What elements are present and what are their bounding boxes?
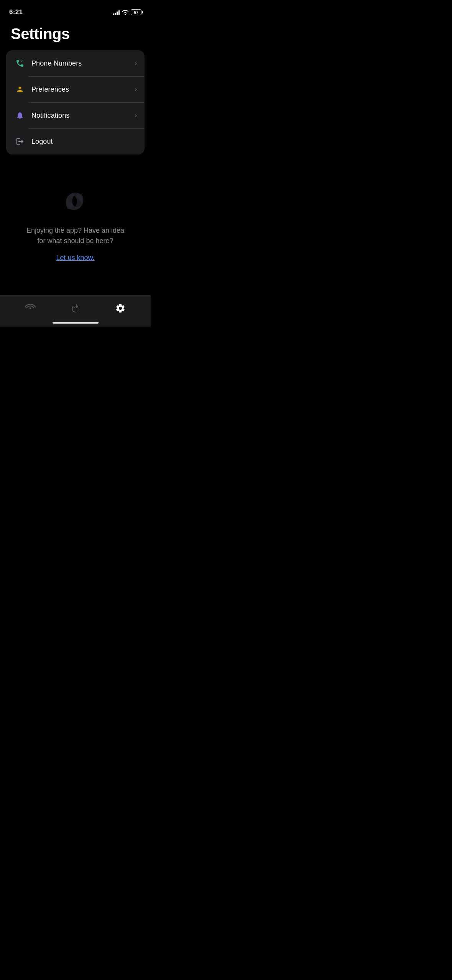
flame-icon <box>70 303 80 313</box>
signal-icon <box>113 10 120 15</box>
promo-section: Enjoying the app? Have an idea for what … <box>0 155 151 295</box>
status-icons: 67 <box>113 9 141 15</box>
phone-numbers-item[interactable]: ↙ Phone Numbers › <box>6 50 145 76</box>
preferences-item[interactable]: Preferences › <box>6 76 145 102</box>
svg-text:↙: ↙ <box>21 59 23 62</box>
battery-icon: 67 <box>131 9 141 15</box>
nav-item-settings[interactable] <box>107 300 133 317</box>
logout-label: Logout <box>31 138 137 146</box>
preferences-chevron: › <box>135 86 137 93</box>
wifi-icon <box>122 10 128 15</box>
notifications-label: Notifications <box>31 112 135 120</box>
radio-icon <box>25 303 36 314</box>
page-title: Settings <box>0 19 151 50</box>
preferences-label: Preferences <box>31 86 135 94</box>
promo-text: Enjoying the app? Have an idea for what … <box>22 225 129 246</box>
logout-item[interactable]: Logout <box>6 128 145 155</box>
let-us-know-link[interactable]: Let us know. <box>56 254 94 262</box>
app-logo <box>60 188 91 215</box>
nav-item-radio[interactable] <box>17 300 43 317</box>
logout-icon <box>14 135 26 148</box>
phone-icon: ↙ <box>14 57 26 69</box>
nav-item-flame[interactable] <box>62 300 88 316</box>
status-bar: 6:21 67 <box>0 0 151 19</box>
settings-card: ↙ Phone Numbers › Preferences › Noti <box>6 50 145 155</box>
preferences-icon <box>14 83 26 95</box>
home-indicator <box>53 322 99 324</box>
status-time: 6:21 <box>9 8 23 16</box>
settings-nav-icon <box>115 303 126 314</box>
bottom-nav <box>0 295 151 327</box>
phone-numbers-label: Phone Numbers <box>31 59 135 67</box>
phone-numbers-chevron: › <box>135 60 137 67</box>
notifications-chevron: › <box>135 112 137 119</box>
notifications-item[interactable]: Notifications › <box>6 102 145 128</box>
notifications-icon <box>14 109 26 122</box>
screen: 6:21 67 Settings <box>0 0 151 327</box>
